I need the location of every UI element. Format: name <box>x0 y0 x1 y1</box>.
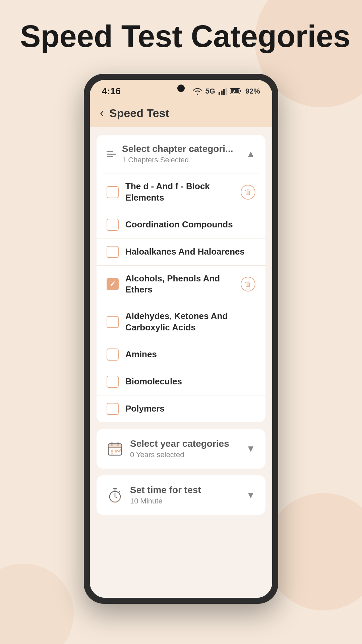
chapter-item[interactable]: Biomolecules <box>97 368 265 395</box>
time-chevron-icon: ▼ <box>246 490 255 500</box>
signal-icon <box>219 88 227 95</box>
list-icon <box>107 151 116 157</box>
checkbox-3[interactable] <box>107 246 119 258</box>
app-bar: ‹ Speed Test <box>90 101 272 127</box>
chapter-list: The d - And f - Block Elements 🗑 Coordin… <box>97 173 265 422</box>
chapter-name-7: Biomolecules <box>125 376 255 387</box>
phone-screen: 4:16 5G <box>90 80 272 598</box>
chapter-header-text: Select chapter categori... 1 Chapters Se… <box>122 144 233 164</box>
chapter-count-label: 1 Chapters Selected <box>122 156 233 164</box>
timer-icon <box>107 487 123 503</box>
trash-icon-4: 🗑 <box>244 280 252 288</box>
svg-rect-1 <box>221 91 223 95</box>
year-category-card[interactable]: Select year categories 0 Years selected … <box>97 429 265 469</box>
checkbox-6[interactable] <box>107 348 119 361</box>
chapter-name-5: Aldehydes, Ketones And Carboxylic Acids <box>125 311 255 333</box>
checkbox-1[interactable] <box>107 186 119 198</box>
svg-rect-3 <box>226 88 227 95</box>
year-sub-label: 0 Years selected <box>130 450 229 459</box>
year-card-left: Select year categories 0 Years selected <box>107 438 229 459</box>
timer-icon-container <box>107 487 123 503</box>
chapter-item[interactable]: Amines <box>97 341 265 368</box>
back-button[interactable]: ‹ <box>100 106 104 120</box>
svg-rect-14 <box>111 453 113 454</box>
chapter-item[interactable]: The d - And f - Block Elements 🗑 <box>97 173 265 211</box>
chapter-item[interactable]: Polymers <box>97 395 265 422</box>
checkbox-5[interactable] <box>107 316 119 328</box>
calendar-icon <box>107 441 123 457</box>
chapter-chevron-icon: ▲ <box>246 149 255 159</box>
phone-frame: 4:16 5G <box>84 74 278 604</box>
delete-button-1[interactable]: 🗑 <box>241 185 255 200</box>
chapter-name-3: Haloalkanes And Haloarenes <box>125 246 255 258</box>
time-selector-text: Set time for test 10 Minute <box>130 485 201 505</box>
chapter-item[interactable]: Coordination Compounds <box>97 211 265 238</box>
chapter-card: Select chapter categori... 1 Chapters Se… <box>97 135 265 422</box>
svg-rect-6 <box>240 90 241 92</box>
status-time: 4:16 <box>102 86 121 97</box>
chapter-header[interactable]: Select chapter categori... 1 Chapters Se… <box>97 135 265 173</box>
time-sub-label: 10 Minute <box>130 497 201 505</box>
network-icon: 5G <box>205 87 215 96</box>
chapter-item[interactable]: Alcohols, Phenols And Ethers 🗑 <box>97 266 265 304</box>
time-card-left: Set time for test 10 Minute <box>107 485 201 505</box>
svg-rect-8 <box>108 444 122 448</box>
chapter-name-6: Amines <box>125 349 255 360</box>
camera-dot <box>177 85 185 92</box>
svg-rect-13 <box>115 450 117 452</box>
year-chevron-icon: ▼ <box>246 443 255 454</box>
battery-percent: 92% <box>245 87 260 96</box>
app-bar-title: Speed Test <box>109 107 169 120</box>
chapter-header-left: Select chapter categori... 1 Chapters Se… <box>107 144 233 164</box>
svg-rect-2 <box>223 89 225 95</box>
svg-rect-0 <box>219 92 220 95</box>
chapter-name-8: Polymers <box>125 403 255 415</box>
checkbox-2[interactable] <box>107 219 119 231</box>
checkbox-4[interactable] <box>107 278 119 290</box>
battery-icon <box>230 88 242 95</box>
checkbox-8[interactable] <box>107 403 119 415</box>
time-setting-card[interactable]: Set time for test 10 Minute ▼ <box>97 475 265 515</box>
bg-blob-bottom-left <box>0 564 74 644</box>
delete-button-4[interactable]: 🗑 <box>241 277 255 291</box>
chapter-select-label: Select chapter categori... <box>122 144 233 154</box>
chapter-name-2: Coordination Compounds <box>125 219 255 230</box>
chapter-item[interactable]: Aldehydes, Ketones And Carboxylic Acids <box>97 303 265 341</box>
time-main-label: Set time for test <box>130 485 201 495</box>
year-selector-text: Select year categories 0 Years selected <box>130 438 229 459</box>
chapter-item[interactable]: Haloalkanes And Haloarenes <box>97 238 265 266</box>
status-icons: 5G 92% <box>193 87 260 96</box>
chapter-name-1: The d - And f - Block Elements <box>125 181 234 204</box>
trash-icon-1: 🗑 <box>244 188 252 197</box>
content-area: Select chapter categori... 1 Chapters Se… <box>90 127 272 598</box>
chapter-name-4: Alcohols, Phenols And Ethers <box>125 273 234 296</box>
svg-rect-12 <box>111 450 113 452</box>
bg-blob-bottom-right <box>265 493 362 610</box>
page-title: Speed Test Categories <box>20 20 350 53</box>
year-icon <box>107 440 123 457</box>
year-main-label: Select year categories <box>130 438 229 449</box>
wifi-icon <box>193 88 202 95</box>
checkbox-7[interactable] <box>107 376 119 388</box>
